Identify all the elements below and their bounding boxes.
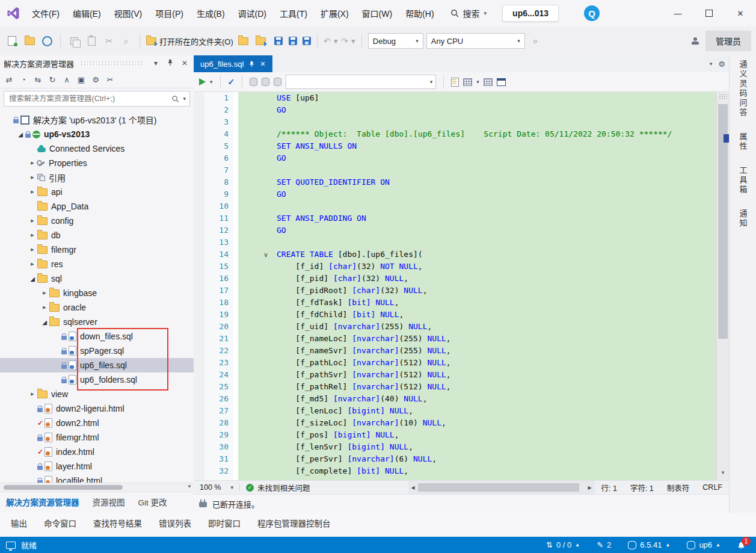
menu-item[interactable]: 文件(F) [25, 0, 66, 26]
explorer-tab[interactable]: Git 更改 [138, 496, 167, 513]
connect-database-icon[interactable] [250, 78, 257, 86]
scrollbar-thumb[interactable] [418, 483, 579, 492]
database-combobox[interactable]: ▾ [286, 75, 436, 89]
pin-icon[interactable] [249, 61, 254, 67]
tree-item[interactable]: down2-ligerui.html [0, 401, 194, 416]
code-line[interactable] [238, 236, 716, 249]
database-indicator[interactable]: up6 ▲ [687, 540, 721, 549]
panel-tab[interactable]: 输出 [11, 517, 27, 537]
tree-item[interactable]: localfile.html [0, 474, 194, 483]
sync-document-button[interactable]: ⇄ [2, 73, 16, 86]
code-line[interactable] [238, 164, 716, 176]
code-line[interactable]: SET ANSI_NULLS ON [238, 140, 716, 152]
code-line[interactable]: [f_sizeLoc] [nvarchar](10) NULL, [238, 417, 716, 429]
code-line[interactable]: USE [up6] [238, 92, 716, 104]
open-folder-button[interactable] [254, 32, 268, 49]
tree-expander-icon[interactable]: ◢ [16, 131, 25, 138]
open-containing-folder-button[interactable]: 打开所在的文件夹(O) [146, 32, 233, 49]
tree-item[interactable]: ▶Properties [0, 156, 194, 170]
tree-expander-icon[interactable]: ▶ [28, 161, 37, 165]
show-all-files-button[interactable]: ▣ [75, 73, 88, 86]
tree-item[interactable]: ◢up6-vs2013 [0, 127, 194, 141]
tree-expander-icon[interactable]: ▶ [40, 291, 49, 295]
execute-query-icon[interactable] [199, 78, 206, 85]
explorer-tab[interactable]: 资源视图 [93, 496, 125, 513]
tree-item[interactable]: spPager.sql [0, 344, 194, 358]
code-line[interactable]: [f_complete] [bit] NULL, [238, 465, 716, 477]
menu-item[interactable]: 工具(T) [273, 0, 314, 26]
tree-expander-icon[interactable]: ▶ [40, 305, 49, 310]
notifications-button[interactable]: 1 [737, 541, 745, 549]
code-line[interactable]: SET ANSI_PADDING ON [238, 212, 716, 224]
assistant-icon[interactable]: Q [584, 5, 600, 21]
save-all-button[interactable] [289, 32, 311, 49]
code-line[interactable]: [f_id] [char](32) NOT NULL, [238, 261, 716, 273]
new-folder-button[interactable] [236, 32, 251, 49]
tree-expander-icon[interactable]: ◢ [40, 319, 49, 326]
code-line[interactable] [238, 200, 716, 212]
code-line[interactable]: ∨CREATE TABLE [dbo].[up6_files]( [238, 249, 716, 261]
new-item-button[interactable] [5, 32, 19, 49]
tabs-indicator[interactable]: 制表符 [660, 482, 696, 493]
preview-button[interactable]: ✂ [103, 73, 117, 86]
save-button[interactable] [271, 32, 286, 49]
panel-tab[interactable]: 查找符号结果 [93, 517, 142, 537]
code-line[interactable]: GO [238, 152, 716, 164]
tree-item[interactable]: ✓down2.html [0, 416, 194, 430]
tree-item[interactable]: ▶config [0, 214, 194, 228]
tree-item[interactable]: ▶db [0, 228, 194, 243]
code-line[interactable]: [f_perSvr] [nvarchar](6) NULL, [238, 453, 716, 465]
tree-item[interactable]: filemgr.html [0, 430, 194, 445]
tree-expander-icon[interactable]: ◢ [28, 276, 37, 282]
refresh-button[interactable]: ↻ [46, 73, 59, 86]
panel-tab[interactable]: 错误列表 [159, 517, 191, 537]
window-position-button[interactable]: ▾ [150, 59, 161, 67]
tree-expander-icon[interactable]: ▶ [28, 218, 37, 223]
history-button[interactable]: ◔ [17, 73, 30, 86]
side-tab[interactable]: 通义灵码问答 [737, 60, 749, 118]
splitter-grip[interactable] [719, 94, 727, 99]
side-tab[interactable]: 属性 [737, 132, 749, 152]
menu-item[interactable]: 扩展(X) [314, 0, 355, 26]
server-version-indicator[interactable]: 6.5.41 ▲ [628, 540, 670, 549]
parse-query-icon[interactable]: ✓ [228, 77, 235, 87]
scroll-down-icon[interactable]: ▼ [187, 484, 192, 489]
panel-drag-handle[interactable] [80, 61, 144, 66]
configuration-combobox[interactable]: Debug ▾ [368, 33, 423, 49]
pin-button[interactable] [165, 59, 176, 68]
disconnect-database-icon[interactable] [262, 78, 269, 86]
tree-expander-icon[interactable]: ▶ [28, 233, 37, 238]
line-indicator[interactable]: 行: 1 [595, 482, 624, 493]
code-line[interactable]: GO [238, 224, 716, 236]
panel-tab[interactable]: 即时窗口 [208, 517, 241, 537]
health-indicator[interactable]: ✓ 未找到相关问题 [240, 482, 316, 493]
tree-item[interactable]: ▶引用 [0, 170, 194, 185]
maximize-button[interactable] [693, 0, 725, 26]
scroll-down-icon[interactable]: ▼ [717, 467, 729, 479]
redo-button[interactable]: ↷▾ [341, 32, 355, 49]
undo-button[interactable]: ↶▾ [324, 32, 338, 49]
code-line[interactable]: [f_pid] [char](32) NULL, [238, 273, 716, 285]
change-connection-icon[interactable] [274, 78, 281, 86]
code-line[interactable] [238, 477, 716, 480]
tree-item[interactable]: down_files.sql [0, 329, 194, 344]
document-tab[interactable]: up6_files.sql ✕ [194, 55, 272, 72]
scroll-right-icon[interactable]: ▶ [585, 485, 595, 490]
tree-item[interactable]: ▶filemgr [0, 243, 194, 257]
navigate-button[interactable] [40, 32, 54, 49]
tree-expander-icon[interactable]: ▶ [28, 247, 37, 252]
code-line[interactable]: SET QUOTED_IDENTIFIER ON [238, 176, 716, 188]
menu-item[interactable]: 调试(D) [232, 0, 273, 26]
horizontal-scrollbar[interactable]: ◀ ▶ [408, 481, 595, 494]
tree-item[interactable]: ▶oracle [0, 300, 194, 315]
results-grid-icon[interactable] [463, 78, 472, 86]
find-button[interactable]: ⌕ [119, 32, 134, 49]
admin-badge[interactable]: 管理员 [705, 31, 751, 51]
zoom-control[interactable]: 100 % ▾ [194, 483, 239, 492]
solution-search-box[interactable]: ▾ [4, 91, 190, 107]
code-text-area[interactable]: USE [up6]GO/****** Object: Table [dbo].[… [238, 92, 716, 480]
query-options-icon[interactable] [484, 78, 493, 86]
code-line[interactable]: [f_fdTask] [bit] NULL, [238, 297, 716, 309]
collapse-all-button[interactable]: ∧ [60, 73, 73, 86]
platform-combobox[interactable]: Any CPU ▾ [426, 33, 525, 49]
